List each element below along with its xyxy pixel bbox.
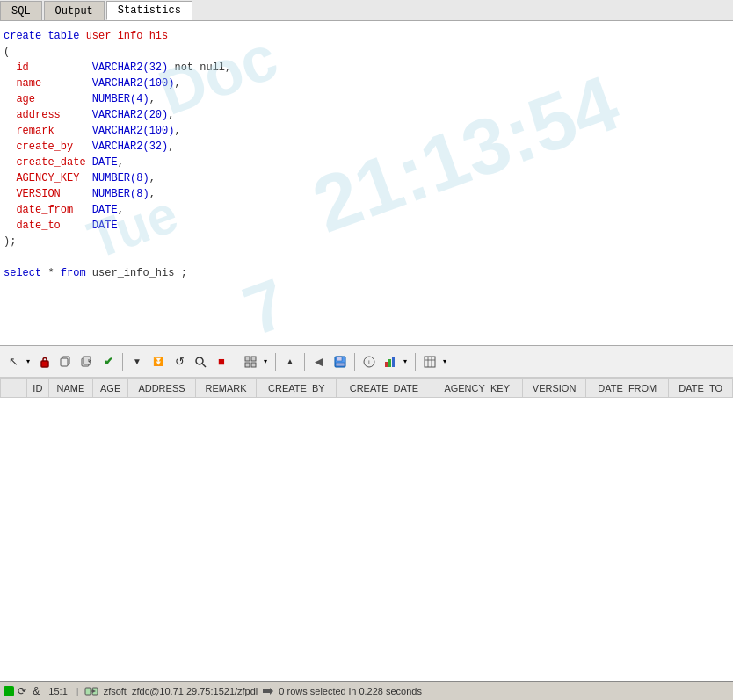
svg-rect-23	[85, 688, 91, 695]
table2-dropdown-btn[interactable]: ▾	[439, 352, 450, 372]
grid-btn[interactable]	[241, 352, 260, 372]
chart-btn[interactable]	[381, 352, 400, 372]
grid-combo[interactable]: ▾	[241, 352, 271, 372]
code-line: remark VARCHAR2(100),	[4, 123, 729, 139]
col-address: ADDRESS	[128, 379, 196, 398]
sep5	[354, 353, 355, 371]
cursor-dropdown-btn[interactable]: ▾	[23, 352, 33, 372]
svg-marker-27	[263, 688, 273, 695]
table2-btn[interactable]	[420, 352, 439, 372]
svg-rect-19	[425, 357, 435, 367]
svg-rect-9	[245, 363, 250, 367]
arrow-icon	[263, 686, 273, 696]
svg-rect-0	[41, 361, 48, 367]
sep6	[415, 353, 416, 371]
tab-bar: SQL Output Statistics	[0, 0, 733, 21]
svg-rect-7	[245, 357, 250, 361]
connection-icon	[84, 685, 98, 697]
code-line: address VARCHAR2(20),	[4, 107, 729, 123]
data-grid[interactable]: iF De ID NAME AGE ADDRESS REMARK CREATE_…	[0, 378, 733, 681]
code-line: VERSION NUMBER(8),	[4, 186, 729, 202]
code-line: age NUMBER(4),	[4, 91, 729, 107]
svg-point-5	[196, 357, 203, 364]
sep1	[122, 353, 123, 371]
code-line: AGENCY_KEY NUMBER(8),	[4, 170, 729, 186]
code-line: name VARCHAR2(100),	[4, 76, 729, 91]
cursor-combo[interactable]: ↖ ▾	[4, 352, 33, 372]
svg-rect-17	[388, 359, 391, 367]
grid-dropdown-btn[interactable]: ▾	[260, 352, 271, 372]
svg-rect-16	[385, 362, 388, 367]
col-name: NAME	[48, 379, 92, 398]
find-btn[interactable]	[191, 352, 210, 372]
svg-line-6	[202, 364, 206, 367]
column-header-row: ID NAME AGE ADDRESS REMARK CREATE_BY CRE…	[1, 379, 733, 398]
results-table: ID NAME AGE ADDRESS REMARK CREATE_BY CRE…	[0, 378, 733, 398]
svg-rect-8	[251, 357, 256, 361]
tab-sql[interactable]: SQL	[0, 1, 42, 20]
sep2	[236, 353, 236, 371]
code-line: create table user_info_his	[4, 28, 729, 44]
code-line: select * from user_info_his ;	[4, 265, 729, 281]
col-create-date: CREATE_DATE	[337, 379, 432, 398]
col-rownum	[1, 379, 27, 398]
svg-text:i: i	[368, 358, 370, 366]
col-date-to: DATE_TO	[669, 379, 733, 398]
chart-dropdown-btn[interactable]: ▾	[400, 352, 410, 372]
sep3	[275, 353, 276, 371]
code-line: date_to DATE	[4, 218, 729, 234]
code-line: create_by VARCHAR2(32),	[4, 139, 729, 155]
stop-btn[interactable]: ■	[212, 352, 231, 372]
tab-statistics[interactable]: Statistics	[106, 1, 192, 20]
code-line: (	[4, 44, 729, 60]
code-editor[interactable]: Doc 21:13:54 Tue 7 create table user_inf…	[0, 21, 733, 346]
svg-rect-18	[392, 357, 395, 367]
first-row-btn[interactable]: ▼	[127, 352, 147, 372]
toolbar: ↖ ▾ ✔	[0, 346, 733, 378]
copy-btn[interactable]	[56, 352, 76, 372]
col-agency-key: AGENCY_KEY	[432, 379, 522, 398]
results-area: ↖ ▾ ✔	[0, 346, 733, 681]
rows-info: 0 rows selected in 0.228 seconds	[279, 686, 422, 696]
paste-btn[interactable]	[77, 352, 97, 372]
last-row-btn[interactable]: ⏬	[149, 352, 168, 372]
tab-output[interactable]: Output	[44, 1, 105, 20]
svg-rect-12	[337, 357, 342, 361]
svg-rect-10	[251, 363, 256, 367]
status-spinner: ⟳	[18, 685, 26, 697]
code-line: create_date DATE,	[4, 155, 729, 170]
col-version: VERSION	[522, 379, 585, 398]
col-remark: REMARK	[195, 379, 256, 398]
connection-status-icon	[4, 686, 14, 696]
status-position: 15:1	[48, 686, 67, 696]
svg-rect-13	[336, 363, 345, 366]
code-line: date_from DATE,	[4, 202, 729, 218]
col-id: ID	[27, 379, 49, 398]
sep4	[304, 353, 305, 371]
col-create-by: CREATE_BY	[257, 379, 337, 398]
col-age: AGE	[93, 379, 128, 398]
save-btn[interactable]	[330, 352, 350, 372]
code-line: id VARCHAR2(32) not null,	[4, 60, 729, 76]
import-btn[interactable]: i	[359, 352, 379, 372]
status-ampersand: &	[30, 685, 40, 697]
refresh-btn[interactable]: ↺	[170, 352, 189, 372]
chart-combo[interactable]: ▾	[381, 352, 410, 372]
svg-rect-2	[61, 358, 68, 366]
connection-string: zfsoft_zfdc@10.71.29.75:1521/zfpdl	[104, 686, 258, 696]
code-line: );	[4, 234, 729, 249]
col-date-from: DATE_FROM	[586, 379, 669, 398]
cursor-btn[interactable]: ↖	[4, 352, 23, 372]
lock-btn[interactable]	[35, 352, 54, 372]
left-arrow-btn[interactable]: ◀	[309, 352, 329, 372]
check-btn[interactable]: ✔	[98, 352, 118, 372]
table2-combo[interactable]: ▾	[420, 352, 450, 372]
main-content: SQL Output Statistics Doc 21:13:54 Tue 7…	[0, 0, 733, 681]
code-line	[4, 249, 729, 265]
status-bar: ⟳ & 15:1 | zfsoft_zfdc@10.71.29.75:1521/…	[0, 681, 733, 700]
up-btn[interactable]: ▲	[280, 352, 300, 372]
status-sep: |	[76, 686, 79, 696]
